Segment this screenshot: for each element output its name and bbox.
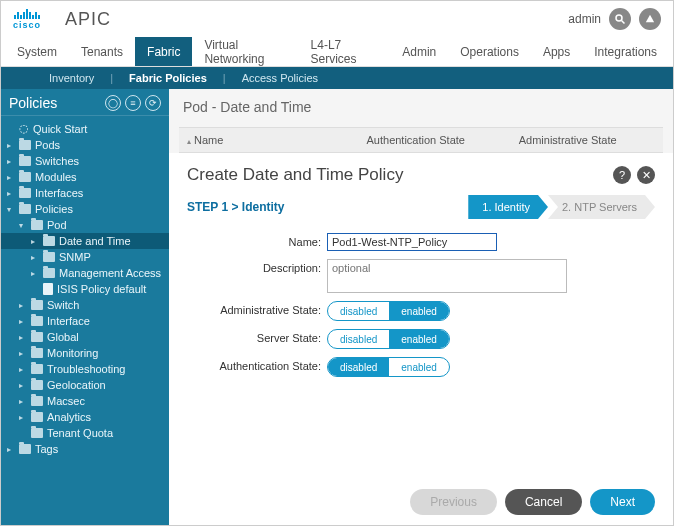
sidebar-item-label: Global — [47, 331, 79, 343]
quick-start-label: Quick Start — [33, 123, 87, 135]
sidebar-item-pod[interactable]: ▾Pod — [1, 217, 169, 233]
sidebar: Policies ◯ ≡ ⟳ ◌Quick Start ▸Pods ▸Switc… — [1, 89, 169, 525]
help-icon[interactable]: ? — [613, 166, 631, 184]
step-num: 2. — [562, 201, 571, 213]
step-heading: STEP 1 > Identity — [187, 200, 284, 214]
toggle-disabled[interactable]: disabled — [328, 358, 389, 376]
create-policy-modal: Create Date and Time Policy ? ✕ STEP 1 >… — [169, 153, 673, 525]
folder-icon — [43, 252, 55, 262]
sidebar-item-policies[interactable]: ▾Policies — [1, 201, 169, 217]
tab-apps[interactable]: Apps — [531, 37, 582, 66]
notifications-icon[interactable] — [639, 8, 661, 30]
folder-icon — [31, 300, 43, 310]
sidebar-item-switch[interactable]: ▸Switch — [1, 297, 169, 313]
sub-nav: Inventory | Fabric Policies | Access Pol… — [1, 67, 673, 89]
folder-icon — [31, 332, 43, 342]
subnav-inventory[interactable]: Inventory — [41, 72, 102, 84]
sidebar-item-label: Interface — [47, 315, 90, 327]
sidebar-item-interfaces[interactable]: ▸Interfaces — [1, 185, 169, 201]
name-label: Name: — [187, 233, 327, 248]
sidebar-item-label: Monitoring — [47, 347, 98, 359]
description-input[interactable] — [327, 259, 567, 293]
subnav-fabric-policies[interactable]: Fabric Policies — [121, 72, 215, 84]
wizard-step-ntp[interactable]: 2. NTP Servers — [548, 195, 655, 219]
sidebar-item-snmp[interactable]: ▸SNMP — [1, 249, 169, 265]
sidebar-item-switches[interactable]: ▸Switches — [1, 153, 169, 169]
cisco-bars-icon — [14, 9, 40, 19]
sidebar-item-macsec[interactable]: ▸Macsec — [1, 393, 169, 409]
sidebar-item-mgmt-access[interactable]: ▸Management Access — [1, 265, 169, 281]
tab-operations[interactable]: Operations — [448, 37, 531, 66]
cancel-button[interactable]: Cancel — [505, 489, 582, 515]
tab-admin[interactable]: Admin — [390, 37, 448, 66]
sidebar-item-label: Pods — [35, 139, 60, 151]
sort-icon: ▴ — [187, 137, 191, 146]
wizard-steps: 1. Identity 2. NTP Servers — [468, 195, 655, 219]
quick-start[interactable]: ◌Quick Start — [1, 120, 169, 137]
tab-system[interactable]: System — [5, 37, 69, 66]
wizard-step-identity[interactable]: 1. Identity — [468, 195, 548, 219]
toggle-enabled[interactable]: enabled — [389, 358, 449, 376]
sidebar-item-modules[interactable]: ▸Modules — [1, 169, 169, 185]
quick-start-icon: ◌ — [19, 122, 29, 135]
tab-virtual-networking[interactable]: Virtual Networking — [192, 37, 298, 66]
col-admin-state[interactable]: Administrative State — [511, 128, 663, 152]
sidebar-item-pods[interactable]: ▸Pods — [1, 137, 169, 153]
sidebar-action-icon[interactable]: ◯ — [105, 95, 121, 111]
document-icon — [43, 283, 53, 295]
search-icon[interactable] — [609, 8, 631, 30]
folder-icon — [19, 140, 31, 150]
divider: | — [215, 72, 234, 84]
close-icon[interactable]: ✕ — [637, 166, 655, 184]
admin-state-toggle[interactable]: disabled enabled — [327, 301, 450, 321]
next-button[interactable]: Next — [590, 489, 655, 515]
tab-l4l7[interactable]: L4-L7 Services — [299, 37, 391, 66]
folder-icon — [31, 396, 43, 406]
tab-fabric[interactable]: Fabric — [135, 37, 192, 66]
server-state-label: Server State: — [187, 329, 327, 344]
previous-button[interactable]: Previous — [410, 489, 497, 515]
sidebar-action-icon[interactable]: ≡ — [125, 95, 141, 111]
tab-tenants[interactable]: Tenants — [69, 37, 135, 66]
col-auth-state[interactable]: Authentication State — [359, 128, 511, 152]
folder-icon — [31, 348, 43, 358]
divider: | — [102, 72, 121, 84]
subnav-access-policies[interactable]: Access Policies — [234, 72, 326, 84]
sidebar-item-label: Geolocation — [47, 379, 106, 391]
toggle-enabled[interactable]: enabled — [389, 330, 449, 348]
cisco-logo-text: cisco — [13, 21, 41, 30]
modal-title: Create Date and Time Policy — [187, 165, 403, 185]
user-name[interactable]: admin — [568, 12, 601, 26]
auth-state-label: Authentication State: — [187, 357, 327, 372]
sidebar-item-date-time[interactable]: ▸Date and Time — [1, 233, 169, 249]
app-title: APIC — [65, 9, 111, 30]
toggle-disabled[interactable]: disabled — [328, 330, 389, 348]
step-num: 1. — [482, 201, 491, 213]
tab-integrations[interactable]: Integrations — [582, 37, 669, 66]
col-label: Name — [194, 134, 223, 146]
name-input[interactable] — [327, 233, 497, 251]
sidebar-refresh-icon[interactable]: ⟳ — [145, 95, 161, 111]
col-name[interactable]: ▴Name — [179, 128, 359, 152]
folder-icon — [31, 364, 43, 374]
sidebar-item-label: Switches — [35, 155, 79, 167]
toggle-enabled[interactable]: enabled — [389, 302, 449, 320]
sidebar-item-isis[interactable]: ISIS Policy default — [1, 281, 169, 297]
server-state-toggle[interactable]: disabled enabled — [327, 329, 450, 349]
sidebar-item-monitoring[interactable]: ▸Monitoring — [1, 345, 169, 361]
sidebar-item-troubleshooting[interactable]: ▸Troubleshooting — [1, 361, 169, 377]
sidebar-item-interface[interactable]: ▸Interface — [1, 313, 169, 329]
auth-state-toggle[interactable]: disabled enabled — [327, 357, 450, 377]
sidebar-item-tags[interactable]: ▸Tags — [1, 441, 169, 457]
app-header: cisco APIC admin — [1, 1, 673, 37]
folder-icon — [19, 444, 31, 454]
sidebar-item-tenant-quota[interactable]: Tenant Quota — [1, 425, 169, 441]
sidebar-item-label: Management Access — [59, 267, 161, 279]
toggle-disabled[interactable]: disabled — [328, 302, 389, 320]
sidebar-item-geolocation[interactable]: ▸Geolocation — [1, 377, 169, 393]
sidebar-item-analytics[interactable]: ▸Analytics — [1, 409, 169, 425]
sidebar-item-label: Date and Time — [59, 235, 131, 247]
sidebar-item-label: Switch — [47, 299, 79, 311]
sidebar-item-global[interactable]: ▸Global — [1, 329, 169, 345]
admin-state-label: Administrative State: — [187, 301, 327, 316]
